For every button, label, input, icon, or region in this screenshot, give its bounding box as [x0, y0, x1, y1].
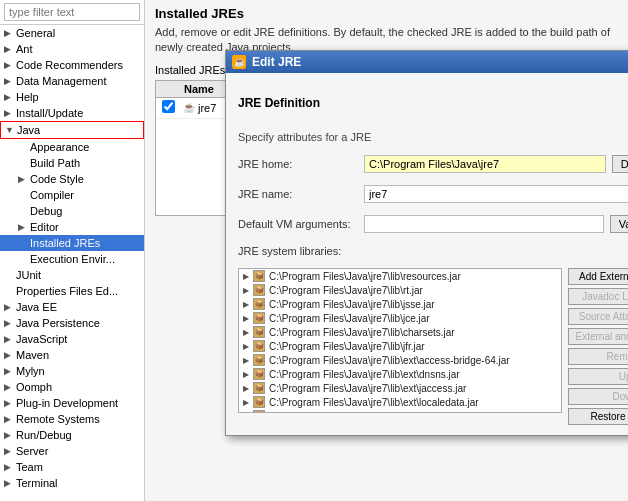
sidebar-item-plugin-development[interactable]: ▶Plug-in Development	[0, 395, 144, 411]
filter-input[interactable]	[4, 3, 140, 21]
tree-item-label: Team	[16, 461, 43, 473]
sidebar-item-team[interactable]: ▶Team	[0, 459, 144, 475]
list-item[interactable]: ▶ 📦 C:\Program Files\Java\jre7\lib\ext\d…	[239, 367, 561, 381]
tree-item-label: Editor	[30, 221, 59, 233]
sidebar-item-terminal[interactable]: ▶Terminal	[0, 475, 144, 491]
sidebar-item-code-style[interactable]: ▶Code Style	[0, 171, 144, 187]
sidebar-item-execution-env[interactable]: Execution Envir...	[0, 251, 144, 267]
arrow-icon: ▶	[18, 174, 30, 184]
sidebar-item-code-recommenders[interactable]: ▶Code Recommenders	[0, 57, 144, 73]
arrow-icon: ▶	[4, 430, 16, 440]
lib-expand-icon: ▶	[243, 328, 249, 337]
sidebar-item-javascript[interactable]: ▶JavaScript	[0, 331, 144, 347]
vm-args-label: Default VM arguments:	[238, 218, 358, 230]
tree-item-label: Help	[16, 91, 39, 103]
variables-button[interactable]: Variables...	[610, 215, 628, 233]
sidebar-item-install-update[interactable]: ▶Install/Update	[0, 105, 144, 121]
sidebar-item-build-path[interactable]: Build Path	[0, 155, 144, 171]
tree-item-label: Debug	[30, 205, 62, 217]
lib-expand-icon: ▶	[243, 412, 249, 414]
sidebar-filter	[0, 0, 144, 25]
arrow-icon: ▶	[4, 366, 16, 376]
libs-area: ▶ 📦 C:\Program Files\Java\jre7\lib\resou…	[238, 268, 628, 425]
sidebar-item-debug[interactable]: Debug	[0, 203, 144, 219]
sidebar-item-server[interactable]: ▶Server	[0, 443, 144, 459]
list-item[interactable]: ▶ 📦 C:\Program Files\Java\jre7\lib\chars…	[239, 325, 561, 339]
tree-item-label: Code Style	[30, 173, 84, 185]
lib-expand-icon: ▶	[243, 300, 249, 309]
list-item[interactable]: ▶ 📦 C:\Program Files\Java\jre7\lib\jsse.…	[239, 297, 561, 311]
sidebar-item-run-debug[interactable]: ▶Run/Debug	[0, 427, 144, 443]
add-external-btn[interactable]: Add External JARs...	[568, 268, 628, 285]
section-desc: Specify attributes for a JRE	[238, 131, 628, 143]
lib-path: C:\Program Files\Java\jre7\lib\jsse.jar	[269, 299, 435, 310]
sidebar-item-data-management[interactable]: ▶Data Management	[0, 73, 144, 89]
arrow-icon: ▶	[4, 302, 16, 312]
up-btn[interactable]: Up	[568, 368, 628, 385]
arrow-icon: ▶	[18, 222, 30, 232]
col-check	[156, 83, 180, 95]
jar-icon: 📦	[253, 354, 265, 366]
panel-title: Installed JREs	[155, 6, 618, 21]
list-item[interactable]: ▶ 📦 C:\Program Files\Java\jre7\lib\jce.j…	[239, 311, 561, 325]
vm-args-input[interactable]	[364, 215, 604, 233]
lib-path: C:\Program Files\Java\jre7\lib\ext\dnsns…	[269, 369, 460, 380]
jar-icon: 📦	[253, 270, 265, 282]
sidebar-item-appearance[interactable]: Appearance	[0, 139, 144, 155]
tree-item-label: Run/Debug	[16, 429, 72, 441]
sidebar-item-junit[interactable]: JUnit	[0, 267, 144, 283]
tree-item-label: Maven	[16, 349, 49, 361]
lib-path: C:\Program Files\Java\jre7\lib\ext\sunec…	[269, 411, 460, 414]
restore-btn[interactable]: Restore Default	[568, 408, 628, 425]
sidebar-item-maven[interactable]: ▶Maven	[0, 347, 144, 363]
sidebar-item-installed-jres[interactable]: Installed JREs	[0, 235, 144, 251]
lib-path: C:\Program Files\Java\jre7\lib\resources…	[269, 271, 461, 282]
directory-button[interactable]: Directory...	[612, 155, 628, 173]
lib-path: C:\Program Files\Java\jre7\lib\jfr.jar	[269, 341, 425, 352]
sidebar-item-ant[interactable]: ▶Ant	[0, 41, 144, 57]
jre-name-input[interactable]	[364, 185, 628, 203]
jar-icon: 📦	[253, 298, 265, 310]
jar-icon: 📦	[253, 368, 265, 380]
tree-item-label: Java	[17, 124, 40, 136]
sidebar-item-properties-files[interactable]: Properties Files Ed...	[0, 283, 144, 299]
lib-path: C:\Program Files\Java\jre7\lib\jce.jar	[269, 313, 430, 324]
list-item[interactable]: ▶ 📦 C:\Program Files\Java\jre7\lib\ext\l…	[239, 395, 561, 409]
jre-home-input[interactable]	[364, 155, 606, 173]
sidebar-item-mylyn[interactable]: ▶Mylyn	[0, 363, 144, 379]
arrow-icon: ▶	[4, 318, 16, 328]
sidebar-item-compiler[interactable]: Compiler	[0, 187, 144, 203]
list-item[interactable]: ▶ 📦 C:\Program Files\Java\jre7\lib\ext\a…	[239, 353, 561, 367]
lib-path: C:\Program Files\Java\jre7\lib\ext\local…	[269, 397, 479, 408]
jre-home-label: JRE home:	[238, 158, 358, 170]
arrow-icon: ▶	[4, 462, 16, 472]
edit-jre-dialog: ☕ Edit JRE — □ ✕ JRE Definition ☕ Specif…	[225, 50, 628, 436]
lib-expand-icon: ▶	[243, 272, 249, 281]
remove-lib-btn[interactable]: Remove	[568, 348, 628, 365]
down-btn[interactable]: Down	[568, 388, 628, 405]
sidebar-item-oomph[interactable]: ▶Oomph	[0, 379, 144, 395]
sidebar-item-help[interactable]: ▶Help	[0, 89, 144, 105]
vm-args-row: Default VM arguments: Variables...	[238, 215, 628, 233]
tree-item-label: Java Persistence	[16, 317, 100, 329]
sidebar-item-editor[interactable]: ▶Editor	[0, 219, 144, 235]
javadoc-btn[interactable]: Javadoc Location...	[568, 288, 628, 305]
ext-annotations-btn[interactable]: External annotations...	[568, 328, 628, 345]
libs-list[interactable]: ▶ 📦 C:\Program Files\Java\jre7\lib\resou…	[238, 268, 562, 413]
row-check[interactable]	[156, 100, 180, 116]
source-btn[interactable]: Source Attachment...	[568, 308, 628, 325]
sidebar-item-java-ee[interactable]: ▶Java EE	[0, 299, 144, 315]
tree-item-label: Mylyn	[16, 365, 45, 377]
sidebar-item-java[interactable]: ▼Java	[0, 121, 144, 139]
libs-buttons: Add External JARs... Javadoc Location...…	[568, 268, 628, 425]
sidebar-item-java-persistence[interactable]: ▶Java Persistence	[0, 315, 144, 331]
sidebar-item-general[interactable]: ▶General	[0, 25, 144, 41]
arrow-icon: ▶	[4, 108, 16, 118]
list-item[interactable]: ▶ 📦 C:\Program Files\Java\jre7\lib\ext\s…	[239, 409, 561, 413]
list-item[interactable]: ▶ 📦 C:\Program Files\Java\jre7\lib\jfr.j…	[239, 339, 561, 353]
list-item[interactable]: ▶ 📦 C:\Program Files\Java\jre7\lib\ext\j…	[239, 381, 561, 395]
sidebar-item-remote-systems[interactable]: ▶Remote Systems	[0, 411, 144, 427]
jar-icon: 📦	[253, 340, 265, 352]
list-item[interactable]: ▶ 📦 C:\Program Files\Java\jre7\lib\rt.ja…	[239, 283, 561, 297]
list-item[interactable]: ▶ 📦 C:\Program Files\Java\jre7\lib\resou…	[239, 269, 561, 283]
